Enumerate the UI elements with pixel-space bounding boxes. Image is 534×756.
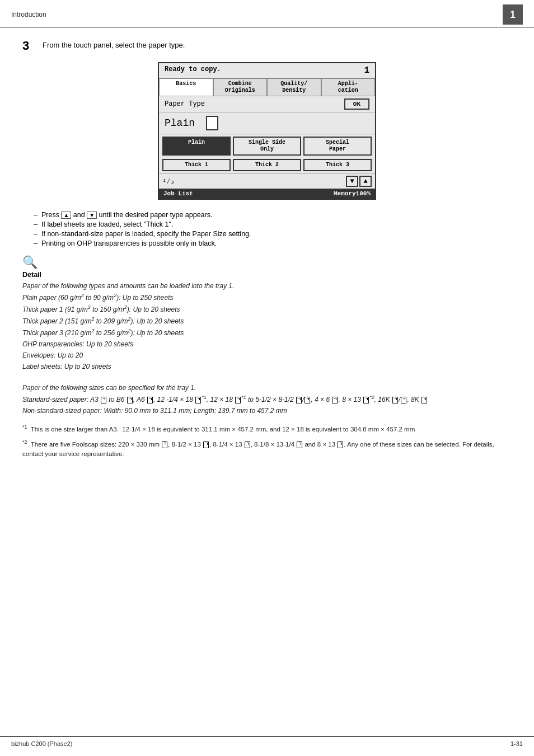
step-number: 3	[22, 39, 34, 53]
step-row: 3 From the touch panel, select the paper…	[22, 39, 512, 53]
btn-thick3[interactable]: Thick 3	[303, 159, 372, 171]
plain-icon	[206, 116, 218, 130]
copier-buttons-row2: Thick 1 Thick 2 Thick 3	[159, 158, 375, 173]
btn-special-paper[interactable]: SpecialPaper	[303, 137, 372, 156]
bullet-list: Press ▲ and ▼ until the desired paper ty…	[34, 211, 512, 247]
detail-line: Thick paper 3 (210 g/m2 to 256 g/m2): Up…	[22, 327, 512, 338]
copier-paper-type-row: Paper Type OK	[159, 96, 375, 112]
main-content: 3 From the touch panel, select the paper…	[0, 27, 534, 486]
copier-status-bar: Ready to copy. 1	[159, 63, 375, 78]
detail-line: Paper of the following sizes can be spec…	[22, 383, 512, 393]
detail-section: 🔍 Detail Paper of the following types an…	[22, 255, 512, 416]
detail-text: Paper of the following types and amounts…	[22, 281, 512, 416]
nav-up-btn[interactable]: ▲	[359, 176, 372, 187]
detail-line: Thick paper 1 (91 g/m2 to 150 g/m2): Up …	[22, 304, 512, 314]
detail-title: Detail	[22, 271, 512, 279]
step-text: From the touch panel, select the paper t…	[43, 39, 185, 49]
memory-label: Memory100%	[334, 190, 371, 197]
detail-line: Thick paper 2 (151 g/m2 to 209 g/m2): Up…	[22, 316, 512, 326]
btn-thick2[interactable]: Thick 2	[233, 159, 301, 171]
footnote-2: *2 There are five Foolscap sizes: 220 × …	[22, 439, 512, 459]
copier-status-text: Ready to copy.	[165, 65, 221, 76]
plain-text: Plain	[165, 118, 195, 129]
detail-icon: 🔍	[22, 255, 512, 270]
detail-line: Standard-sized paper: A3 to B6 , A6 , 12…	[22, 394, 512, 405]
footer-left: bizhub C200 (Phase2)	[11, 740, 72, 747]
copier-fraction: ¹⁄₃	[162, 177, 175, 186]
detail-line: Paper of the following types and amounts…	[22, 281, 512, 291]
bullet-item: Press ▲ and ▼ until the desired paper ty…	[34, 211, 512, 219]
copier-plain-display: Plain	[159, 112, 375, 134]
detail-line: Non-standard-sized paper: Width: 90.0 mm…	[22, 406, 512, 416]
page-header: Introduction 1	[0, 0, 534, 27]
job-list-label: Job List	[163, 190, 193, 197]
page-number-tab: 1	[503, 4, 523, 25]
copier-panel: Ready to copy. 1 Basics CombineOriginals…	[158, 62, 376, 200]
footer-right: 1-31	[510, 740, 523, 747]
detail-line: Envelopes: Up to 20	[22, 350, 512, 360]
tab-basics[interactable]: Basics	[159, 78, 213, 96]
copier-nav-btns: ▼ ▲	[346, 176, 372, 187]
footnote-1: *1 This is one size larger than A3. 12-1…	[22, 424, 512, 434]
btn-thick1[interactable]: Thick 1	[162, 159, 231, 171]
copier-buttons-row1: Plain Single SideOnly SpecialPaper	[159, 134, 375, 158]
detail-line: Plain paper (60 g/m2 to 90 g/m2): Up to …	[22, 292, 512, 303]
nav-down-btn[interactable]: ▼	[346, 176, 358, 187]
btn-plain[interactable]: Plain	[162, 137, 231, 156]
page-footer: bizhub C200 (Phase2) 1-31	[0, 736, 534, 747]
copier-status-num: 1	[364, 65, 369, 76]
detail-line: Label sheets: Up to 20 sheets	[22, 361, 512, 372]
tab-application[interactable]: Appli-cation	[321, 78, 376, 96]
copier-footer-row: Job List Memory100%	[159, 189, 375, 199]
copier-tabs: Basics CombineOriginals Quality/Density …	[159, 78, 375, 96]
tab-quality-density[interactable]: Quality/Density	[267, 78, 321, 96]
bullet-item: If non-standard-size paper is loaded, sp…	[34, 230, 512, 238]
tab-combine-originals[interactable]: CombineOriginals	[213, 78, 268, 96]
bullet-item: If label sheets are loaded, select "Thic…	[34, 220, 512, 228]
bullet-item: Printing on OHP transparencies is possib…	[34, 240, 512, 247]
header-title: Introduction	[11, 11, 46, 18]
detail-line: OHP transparencies: Up to 20 sheets	[22, 339, 512, 349]
copier-bottom-row: ¹⁄₃ ▼ ▲	[159, 173, 375, 189]
ok-button[interactable]: OK	[344, 98, 369, 110]
btn-single-side[interactable]: Single SideOnly	[233, 137, 301, 156]
paper-type-label: Paper Type	[165, 100, 205, 108]
